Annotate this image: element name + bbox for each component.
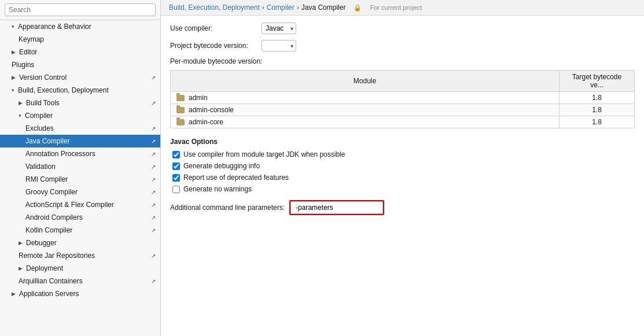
sidebar-item-label: Version Control [19,73,67,82]
sidebar-item-label: Validation [25,163,56,171]
sidebar-item-version-control[interactable]: ▶ Version Control ↗ [0,71,160,84]
breadcrumb-sep-2: › [297,3,299,12]
folder-icon [176,119,185,125]
bytecode-version-select[interactable] [262,40,296,51]
cmd-params-row: Additional command line parameters: [170,200,635,215]
link-icon: ↗ [151,164,156,170]
folder-icon [176,95,185,101]
link-icon: ↗ [151,176,156,183]
link-icon: ↗ [151,100,156,106]
link-icon: ↗ [151,215,156,221]
sidebar-item-remote-jar[interactable]: Remote Jar Repositories ↗ [0,249,160,262]
chevron-down-icon: ▾ [19,113,21,119]
sidebar-item-actionscript[interactable]: ActionScript & Flex Compiler ↗ [0,198,160,211]
sidebar-item-keymap[interactable]: Keymap [0,33,160,46]
sidebar-item-label: Keymap [19,35,44,43]
sidebar-item-application-servers[interactable]: ▶ Application Servers [0,287,160,300]
for-project-label: For current project [370,4,422,11]
project-icon: 🔒 [354,4,362,12]
chevron-down-icon: ▾ [12,87,14,93]
sidebar-item-label: Remote Jar Repositories [19,252,95,260]
table-cell-target: 1.8 [560,92,635,104]
main-panel: Build, Execution, Deployment › Compiler … [161,0,644,336]
checkbox-report-deprecated[interactable] [172,174,180,182]
table-cell-target: 1.8 [560,104,635,116]
chevron-right-icon: ▶ [12,49,16,55]
chevron-right-icon: ▶ [19,265,23,271]
cmd-params-input[interactable] [290,201,383,214]
sidebar-item-arquillian[interactable]: Arquillian Containers ↗ [0,275,160,287]
checkbox-row-report-deprecated[interactable]: Report use of deprecated features [170,173,635,182]
sidebar-item-label: Build Tools [26,99,60,107]
sidebar-item-label: Application Servers [19,290,79,298]
link-icon: ↗ [151,125,156,132]
link-icon: ↗ [151,151,156,157]
sidebar-item-annotation-processors[interactable]: Annotation Processors ↗ [0,147,160,160]
sidebar-item-debugger[interactable]: ▶ Debugger [0,237,160,249]
sidebar-item-build-execution[interactable]: ▾ Build, Execution, Deployment [0,84,160,97]
sidebar-item-label: RMI Compiler [25,175,68,183]
sidebar-item-label: Plugins [12,61,34,69]
sidebar-item-android-compilers[interactable]: Android Compilers ↗ [0,211,160,224]
sidebar-item-editor[interactable]: ▶ Editor [0,46,160,58]
breadcrumb-java-compiler: Java Compiler [301,3,346,12]
checkbox-use-compiler-module[interactable] [172,151,180,158]
link-icon: ↗ [151,75,156,81]
table-cell-target: 1.8 [560,116,635,128]
bytecode-table: Module Target bytecode ve... admin1.8adm… [170,70,635,128]
chevron-right-icon: ▶ [19,100,23,106]
cmd-input-wrapper [289,200,384,215]
sidebar-item-label: Java Compiler [25,137,70,145]
content-area: Use compiler: Javac Project bytecode ver… [161,16,644,336]
checkbox-generate-debug[interactable] [172,163,180,170]
breadcrumb: Build, Execution, Deployment › Compiler … [161,0,644,16]
sidebar-item-groovy-compiler[interactable]: Groovy Compiler ↗ [0,186,160,198]
link-icon: ↗ [151,202,156,208]
sidebar-item-kotlin-compiler[interactable]: Kotlin Compiler ↗ [0,224,160,237]
sidebar-item-build-tools[interactable]: ▶ Build Tools ↗ [0,97,160,109]
checkbox-generate-no-warnings[interactable] [172,186,180,193]
breadcrumb-sep-1: › [262,3,264,12]
table-cell-module: admin-console [171,104,560,116]
sidebar-item-label: Appearance & Behavior [18,23,91,31]
table-header-target: Target bytecode ve... [560,71,635,92]
search-box[interactable] [0,0,160,20]
bytecode-select-wrapper[interactable] [262,40,296,51]
sidebar-item-label: Android Compilers [25,213,83,221]
table-row: admin-console1.8 [171,104,635,116]
sidebar-item-label: ActionScript & Flex Compiler [25,201,114,209]
table-cell-module: admin-core [171,116,560,128]
sidebar-item-label: Deployment [26,264,63,272]
sidebar-item-label: Annotation Processors [25,150,95,158]
sidebar-item-excludes[interactable]: Excludes ↗ [0,122,160,135]
sidebar-item-validation[interactable]: Validation ↗ [0,160,160,173]
sidebar-item-plugins[interactable]: Plugins [0,58,160,71]
link-icon: ↗ [151,278,156,285]
sidebar-item-java-compiler[interactable]: Java Compiler ↗ [0,135,160,147]
sidebar-item-deployment[interactable]: ▶ Deployment [0,262,160,275]
breadcrumb-compiler[interactable]: Compiler [267,3,295,12]
search-input[interactable] [5,3,156,16]
use-compiler-label: Use compiler: [170,24,257,32]
sidebar-item-label: Arquillian Containers [19,277,83,285]
sidebar-item-label: Compiler [25,112,53,120]
sidebar-item-rmi-compiler[interactable]: RMI Compiler ↗ [0,173,160,186]
breadcrumb-build[interactable]: Build, Execution, Deployment [169,3,260,12]
sidebar-item-appearance-behavior[interactable]: ▾ Appearance & Behavior [0,20,160,33]
checkbox-row-generate-debug[interactable]: Generate debugging info [170,162,635,170]
use-compiler-row: Use compiler: Javac [170,23,635,34]
module-name: admin-console [189,106,234,114]
link-icon: ↗ [151,227,156,234]
compiler-select-wrapper[interactable]: Javac [262,23,296,34]
checkbox-label-generate-debug: Generate debugging info [183,162,260,170]
chevron-right-icon: ▶ [19,240,23,246]
sidebar: ▾ Appearance & Behavior Keymap ▶ Editor … [0,0,161,336]
per-module-label-row: Per-module bytecode version: [170,57,635,65]
sidebar-item-compiler[interactable]: ▾ Compiler [0,109,160,122]
chevron-right-icon: ▶ [12,291,16,297]
checkbox-row-generate-no-warnings[interactable]: Generate no warnings [170,185,635,193]
javac-options-title: Javac Options [170,138,635,146]
compiler-select[interactable]: Javac [262,23,296,34]
sidebar-item-label: Kotlin Compiler [25,226,72,234]
checkbox-row-use-compiler-module[interactable]: Use compiler from module target JDK when… [170,150,635,158]
